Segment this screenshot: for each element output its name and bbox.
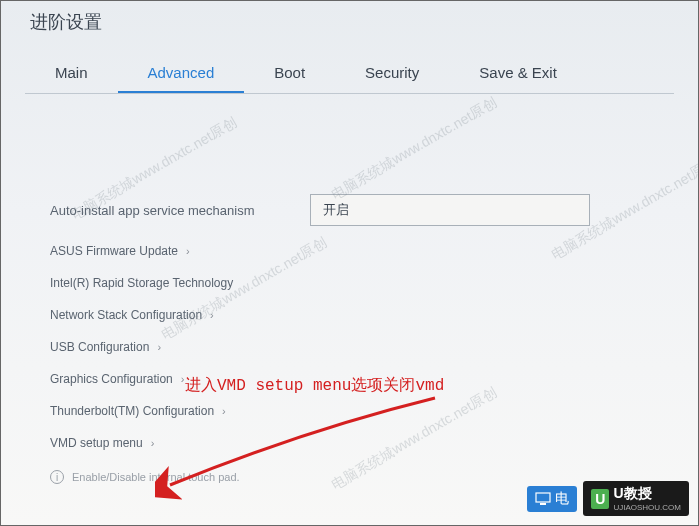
menu-asus-firmware-update[interactable]: ASUS Firmware Update › — [50, 244, 649, 258]
menu-item-label: Network Stack Configuration — [50, 308, 202, 322]
svg-rect-0 — [536, 493, 550, 502]
chevron-right-icon: › — [186, 245, 190, 257]
menu-item-label: Graphics Configuration — [50, 372, 173, 386]
chevron-right-icon: › — [210, 309, 214, 321]
auto-install-label: Auto-install app service mechanism — [50, 203, 310, 218]
tab-save-exit[interactable]: Save & Exit — [449, 54, 587, 93]
menu-usb-configuration[interactable]: USB Configuration › — [50, 340, 649, 354]
tab-security[interactable]: Security — [335, 54, 449, 93]
svg-rect-1 — [540, 503, 546, 505]
monitor-icon — [535, 491, 551, 507]
logo-area: 电 U U教授 UJIAOSHOU.COM — [527, 481, 689, 516]
chevron-right-icon: › — [151, 437, 155, 449]
chevron-right-icon: › — [181, 373, 185, 385]
annotation-text: 进入VMD setup menu选项关闭vmd — [185, 375, 444, 396]
menu-item-label: ASUS Firmware Update — [50, 244, 178, 258]
menu-network-stack[interactable]: Network Stack Configuration › — [50, 308, 649, 322]
auto-install-select[interactable]: 开启 — [310, 194, 590, 226]
tab-bar: Main Advanced Boot Security Save & Exit — [25, 54, 674, 94]
menu-item-label: VMD setup menu — [50, 436, 143, 450]
page-title: 进阶设置 — [30, 10, 669, 34]
tab-main[interactable]: Main — [25, 54, 118, 93]
logo-u-icon: U — [591, 489, 609, 509]
logo-dian: 电 — [527, 486, 577, 512]
annotation-arrow — [155, 390, 445, 500]
logo-ujiaoshou: U U教授 UJIAOSHOU.COM — [583, 481, 689, 516]
tab-boot[interactable]: Boot — [244, 54, 335, 93]
menu-item-label: Intel(R) Rapid Storage Technology — [50, 276, 233, 290]
menu-intel-rapid-storage[interactable]: Intel(R) Rapid Storage Technology — [50, 276, 649, 290]
menu-item-label: USB Configuration — [50, 340, 149, 354]
tab-advanced[interactable]: Advanced — [118, 54, 245, 93]
chevron-right-icon: › — [157, 341, 161, 353]
info-icon: i — [50, 470, 64, 484]
